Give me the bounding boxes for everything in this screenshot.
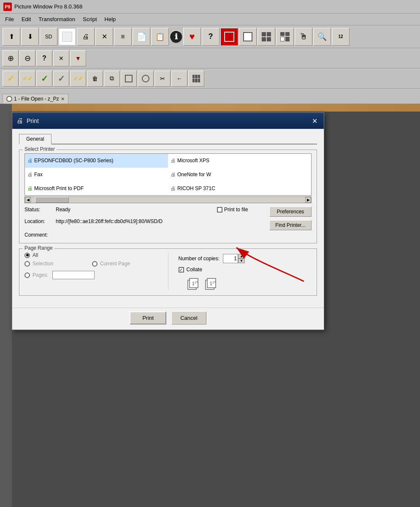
mouse-btn[interactable]: 🖱	[295, 28, 312, 46]
sd-btn[interactable]: SD	[40, 28, 57, 46]
app-icon: P8	[3, 3, 12, 11]
view3-btn[interactable]	[257, 28, 275, 46]
copy-btn[interactable]: 📋	[151, 28, 169, 46]
dialog-title: Print	[27, 117, 39, 124]
collate-icon-1: 1 2³	[187, 278, 202, 290]
printer-item-2[interactable]: 🖨 Microsoft Print to PDF	[25, 181, 168, 195]
spinner-btns: ▲ ▼	[238, 254, 245, 263]
help-btn[interactable]: ?	[202, 28, 219, 46]
collate-icon-2: 1 2³	[205, 278, 220, 290]
tab-close-btn[interactable]: ✕	[61, 96, 65, 102]
printer-item-1[interactable]: 🖨 Fax	[25, 168, 168, 182]
check4-btn[interactable]: ✓	[53, 71, 69, 87]
printer-icon-0: 🖨	[27, 158, 33, 164]
page-range-label: Page Range	[23, 245, 54, 251]
zoom-in-btn[interactable]: ⊕	[3, 50, 19, 66]
title-bar: P8 Picture Window Pro 8.0.368	[0, 0, 420, 14]
scroll-left-btn[interactable]: ◀	[25, 197, 31, 203]
check2-btn[interactable]: ✓✓	[19, 71, 35, 87]
print-btn[interactable]: 🖨	[77, 28, 95, 46]
printer-name-1: Fax	[34, 172, 43, 177]
close-btn[interactable]: ✕	[95, 28, 113, 46]
preferences-btn[interactable]: Preferences	[269, 207, 312, 217]
printer-status-area: Status: Ready Print to file Preferences …	[24, 207, 312, 238]
radio-all-btn[interactable]	[24, 253, 30, 258]
radio-pages-btn[interactable]	[24, 273, 30, 278]
toolbar-row-3: ✓ ✓✓ ✓ ✓ ✓✓ 🗑 ⧉ ✂ ←	[0, 68, 420, 89]
download-btn[interactable]: ⬇	[21, 28, 39, 46]
radio-selection-label: Selection	[33, 261, 53, 267]
pages-input[interactable]	[52, 271, 95, 279]
view2-btn[interactable]	[239, 28, 257, 46]
menu-script[interactable]: Script	[79, 15, 100, 24]
dialog-titlebar: 🖨 Print ✕	[12, 113, 324, 129]
upload-btn[interactable]: ⬆	[3, 28, 20, 46]
check5-btn[interactable]: ✓✓	[70, 71, 86, 87]
question2-btn[interactable]: ?	[36, 50, 52, 66]
printer-icon-5: 🖨	[171, 185, 176, 191]
copies-spinner: ▲ ▼	[223, 254, 245, 263]
menu-edit[interactable]: Edit	[18, 15, 34, 24]
info-btn[interactable]: ℹ	[170, 30, 182, 43]
heart-btn[interactable]: ♥	[183, 28, 201, 46]
toolbar-row-1: ⬆ ⬇ SD 🖨 ✕ ≡ 📄 📋 ℹ ♥ ? 🖱 🔍 12	[0, 25, 420, 48]
printer-list: 🖨 EPSONFCDB0D (SC-P800 Series) 🖨 Microso…	[24, 153, 312, 196]
delete-btn[interactable]: 🗑	[87, 71, 103, 87]
zoom-out-btn[interactable]: ⊖	[19, 50, 35, 66]
menu-btn[interactable]: ≡	[114, 28, 132, 46]
arrow-left-btn[interactable]: ←	[171, 71, 187, 87]
printer-item-3[interactable]: 🖨 Microsoft XPS	[168, 154, 311, 168]
collate-row: ✓ Collate	[179, 267, 312, 273]
page-btn[interactable]: 📄	[133, 28, 150, 46]
print-to-file-checkbox[interactable]	[217, 207, 222, 213]
radio-current-btn[interactable]	[92, 261, 98, 267]
page-range-group: Page Range All Selection	[19, 248, 317, 296]
copies-area: Number of copies: ▲ ▼ ✓ Colla	[179, 252, 312, 290]
menu-bar: File Edit Transformation Script Help	[0, 14, 420, 25]
check1-btn[interactable]: ✓	[3, 71, 19, 87]
view4-btn[interactable]	[276, 28, 294, 46]
copies-input[interactable]	[223, 254, 238, 263]
collate-label: Collate	[187, 267, 202, 273]
print-btn[interactable]: Print	[130, 311, 166, 324]
collapse-btn[interactable]: ✕	[53, 50, 69, 66]
rect-btn[interactable]	[121, 71, 137, 87]
menu-transformation[interactable]: Transformation	[35, 15, 79, 24]
printer-item-0[interactable]: 🖨 EPSONFCDB0D (SC-P800 Series)	[25, 154, 168, 168]
find-printer-btn[interactable]: Find Printer...	[269, 220, 312, 230]
copy2-btn[interactable]: ⧉	[104, 71, 120, 87]
dialog-close-btn[interactable]: ✕	[309, 116, 320, 126]
cancel-btn[interactable]: Cancel	[171, 311, 206, 324]
table-btn[interactable]	[188, 71, 204, 87]
scroll-right-btn[interactable]: ▶	[305, 197, 311, 203]
scroll-track	[31, 197, 305, 203]
select-printer-label: Select Printer	[23, 146, 57, 152]
view1-btn[interactable]	[220, 28, 238, 46]
menu-file[interactable]: File	[2, 15, 17, 24]
printer-item-5[interactable]: 🖨 RICOH SP 371C	[168, 181, 311, 195]
collate-checkbox[interactable]: ✓	[179, 267, 184, 273]
main-area: 🖨 Print ✕ General Select Printer 🖨 EPSON…	[0, 104, 420, 507]
check3-btn[interactable]: ✓	[36, 71, 52, 87]
spinner-down-btn[interactable]: ▼	[238, 259, 245, 263]
expand-btn[interactable]: ▼	[70, 50, 86, 66]
dialog-body: General Select Printer 🖨 EPSONFCDB0D (SC…	[12, 129, 324, 308]
tab-file-open[interactable]: 1 - File Open - z_Pz ✕	[3, 94, 68, 104]
print-dialog: 🖨 Print ✕ General Select Printer 🖨 EPSON…	[12, 112, 324, 330]
search-btn[interactable]: 🔍	[313, 28, 331, 46]
printer-hscrollbar[interactable]: ◀ ▶	[24, 196, 312, 203]
printer-item-4[interactable]: 🖨 OneNote for W	[168, 168, 311, 182]
spinner-up-btn[interactable]: ▲	[238, 254, 245, 259]
num-btn[interactable]: 12	[332, 28, 350, 46]
oval-btn[interactable]	[138, 71, 154, 87]
radio-all-label: All	[33, 252, 38, 258]
menu-help[interactable]: Help	[101, 15, 119, 24]
tab-radio	[6, 96, 12, 102]
collate-icons: 1 2³ 1 2³	[179, 278, 312, 290]
print-to-file-label: Print to file	[224, 207, 248, 213]
scissors-btn[interactable]: ✂	[154, 71, 171, 87]
image-btn[interactable]	[58, 28, 76, 46]
tab-general[interactable]: General	[19, 134, 51, 144]
radio-pages-label: Pages:	[33, 272, 48, 278]
radio-selection-btn[interactable]	[24, 261, 30, 267]
